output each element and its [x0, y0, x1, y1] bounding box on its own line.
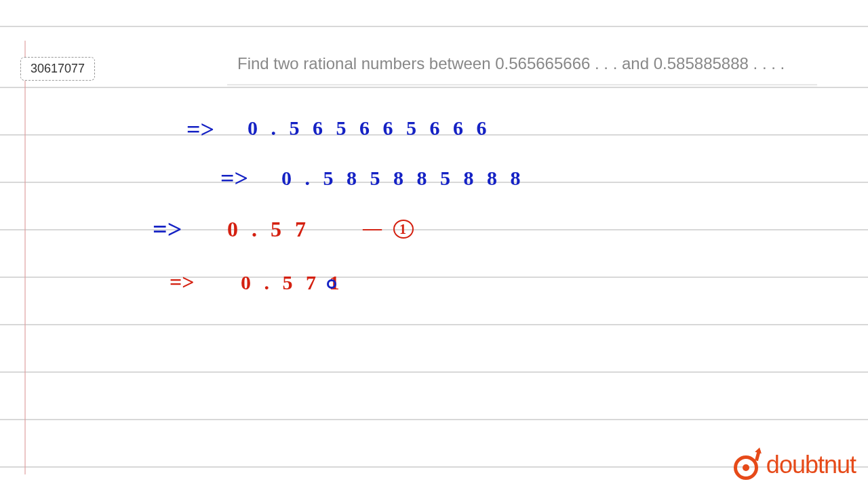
question-id-box: 30617077 [20, 57, 95, 81]
arrow-line3: => [153, 214, 182, 244]
number1-blue: 0 . 5 6 5 6 6 5 6 6 6 [248, 117, 491, 140]
doubtnut-icon [734, 450, 764, 480]
dash-icon: — [363, 217, 383, 238]
cursor-indicator-icon [327, 279, 336, 289]
question-id: 30617077 [31, 62, 85, 75]
brand-logo: doubtnut [734, 450, 856, 480]
arrow-line1: => [186, 115, 214, 144]
brand-name: doubtnut [766, 451, 856, 479]
arrow-line2: => [220, 164, 248, 192]
margin-line [24, 41, 26, 474]
answer1-marker: — 1 [363, 217, 414, 239]
question-text: Find two rational numbers between 0.5656… [237, 54, 785, 73]
arrow-line4: => [170, 270, 194, 295]
circled-number-icon: 1 [393, 220, 414, 239]
answer1-red: 0 . 5 7 [227, 217, 310, 242]
ruled-paper-background [0, 0, 868, 488]
question-underline [227, 84, 817, 85]
number2-blue: 0 . 5 8 5 8 8 5 8 8 8 [281, 167, 525, 190]
